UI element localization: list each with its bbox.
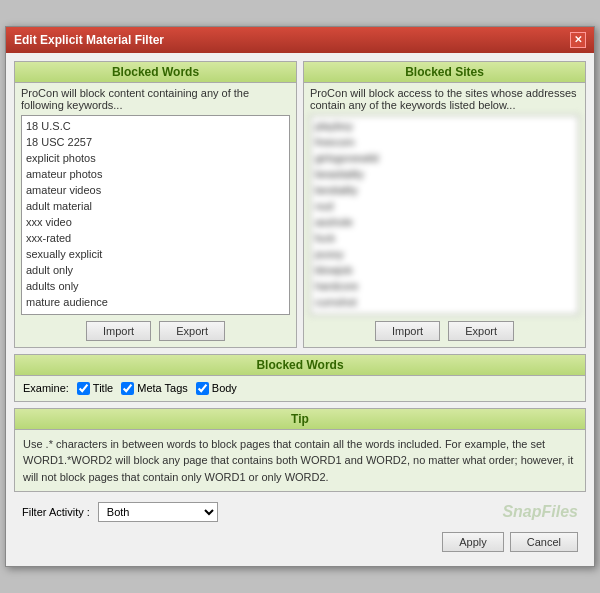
- list-item: amateur videos: [26, 182, 285, 198]
- examine-label: Examine:: [23, 382, 69, 394]
- dialog-body: Blocked Words ProCon will block content …: [6, 53, 594, 567]
- list-item: mature audience: [26, 294, 285, 310]
- bottom-area: Filter Activity : Both Incoming Outgoing…: [14, 498, 586, 558]
- tip-section: Tip Use .* characters in between words t…: [14, 408, 586, 493]
- dialog-title: Edit Explicit Material Filter: [14, 33, 164, 47]
- title-bar: Edit Explicit Material Filter ✕: [6, 27, 594, 53]
- tip-header: Tip: [15, 409, 585, 430]
- meta-tags-checkbox-label[interactable]: Meta Tags: [121, 382, 188, 395]
- blocked-sites-buttons: Import Export: [304, 315, 585, 347]
- list-item: explicit photos: [26, 150, 285, 166]
- bottom-buttons: Apply Cancel: [14, 528, 586, 558]
- title-checkbox-label[interactable]: Title: [77, 382, 113, 395]
- blocked-words-panel: Blocked Words ProCon will block content …: [14, 61, 297, 348]
- meta-tags-label: Meta Tags: [137, 382, 188, 394]
- top-section: Blocked Words ProCon will block content …: [14, 61, 586, 348]
- list-item: bestiality: [315, 182, 574, 198]
- blocked-words-list[interactable]: 18 U.S.C 18 USC 2257 explicit photos ama…: [21, 115, 290, 315]
- blocked-words-header: Blocked Words: [15, 62, 296, 83]
- examine-row: Examine: Title Meta Tags Body: [15, 376, 585, 401]
- list-item: adult material: [26, 198, 285, 214]
- blocked-sites-export-button[interactable]: Export: [448, 321, 514, 341]
- list-item: xxx video: [26, 214, 285, 230]
- list-item: 18 USC 2257: [26, 134, 285, 150]
- list-item: beastiality: [315, 166, 574, 182]
- snapfiles-logo: SnapFiles: [502, 503, 578, 521]
- blocked-words-desc: ProCon will block content containing any…: [15, 83, 296, 115]
- list-item: girlsgonewild: [315, 150, 574, 166]
- close-button[interactable]: ✕: [570, 32, 586, 48]
- list-item: adult only: [26, 262, 285, 278]
- title-label: Title: [93, 382, 113, 394]
- filter-activity-row: Filter Activity : Both Incoming Outgoing…: [14, 498, 586, 528]
- apply-button[interactable]: Apply: [442, 532, 504, 552]
- list-item: asshole: [315, 214, 574, 230]
- list-item: sexually explicit: [26, 246, 285, 262]
- list-item: adults only: [26, 278, 285, 294]
- blocked-sites-desc: ProCon will block access to the sites wh…: [304, 83, 585, 115]
- blocked-sites-panel: Blocked Sites ProCon will block access t…: [303, 61, 586, 348]
- list-item: 18 U.S.C: [26, 118, 285, 134]
- blocked-sites-list[interactable]: playboy freecom girlsgonewild beastialit…: [310, 115, 579, 315]
- list-item: amateur photos: [26, 166, 285, 182]
- body-checkbox[interactable]: [196, 382, 209, 395]
- list-item: pussy: [315, 246, 574, 262]
- title-checkbox[interactable]: [77, 382, 90, 395]
- filter-activity-label: Filter Activity :: [22, 506, 90, 518]
- blocked-words-import-button[interactable]: Import: [86, 321, 151, 341]
- list-item: freecom: [315, 134, 574, 150]
- list-item: preggo: [315, 310, 574, 315]
- body-label: Body: [212, 382, 237, 394]
- blocked-words-buttons: Import Export: [15, 315, 296, 347]
- blocked-words-export-button[interactable]: Export: [159, 321, 225, 341]
- list-item: cumshot: [315, 294, 574, 310]
- list-item: fuck: [315, 230, 574, 246]
- blocked-sites-import-button[interactable]: Import: [375, 321, 440, 341]
- list-item: xxx-rated: [26, 230, 285, 246]
- blocked-sites-header: Blocked Sites: [304, 62, 585, 83]
- body-checkbox-label[interactable]: Body: [196, 382, 237, 395]
- dialog: Edit Explicit Material Filter ✕ Blocked …: [5, 26, 595, 568]
- list-item: nud: [315, 198, 574, 214]
- examine-section: Blocked Words Examine: Title Meta Tags B…: [14, 354, 586, 402]
- filter-activity-select[interactable]: Both Incoming Outgoing None: [98, 502, 218, 522]
- meta-tags-checkbox[interactable]: [121, 382, 134, 395]
- list-item: playboy: [315, 118, 574, 134]
- tip-text: Use .* characters in between words to bl…: [15, 430, 585, 492]
- list-item: hardcore: [315, 278, 574, 294]
- examine-header: Blocked Words: [15, 355, 585, 376]
- list-item: blowjob: [315, 262, 574, 278]
- cancel-button[interactable]: Cancel: [510, 532, 578, 552]
